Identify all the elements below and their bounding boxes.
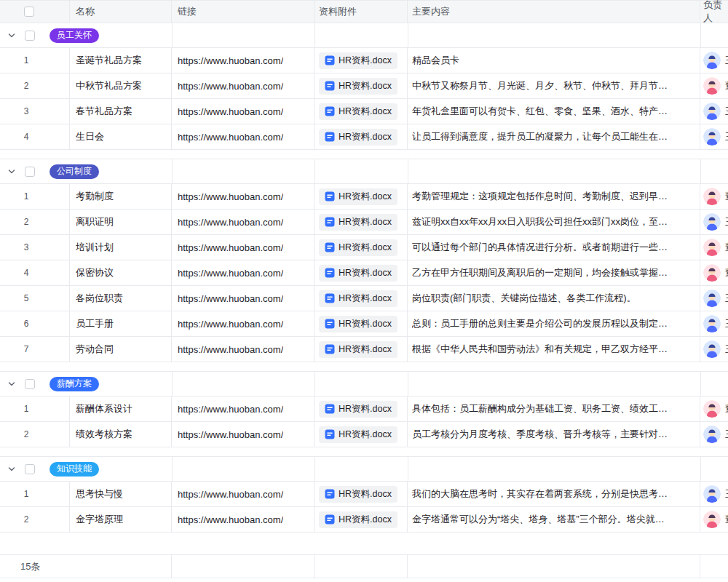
record-name-cell[interactable]: 薪酬体系设计 bbox=[70, 396, 172, 421]
record-link[interactable]: https://www.huoban.com/ bbox=[178, 217, 283, 228]
table-row[interactable]: 7 劳动合同 https://www.huoban.com/ HR资料.docx… bbox=[0, 337, 728, 362]
record-name-cell[interactable]: 春节礼品方案 bbox=[70, 99, 172, 124]
record-link[interactable]: https://www.huoban.com/ bbox=[178, 344, 283, 355]
record-link[interactable]: https://www.huoban.com/ bbox=[178, 319, 283, 330]
record-link-cell[interactable]: https://www.huoban.com/ bbox=[172, 311, 314, 336]
attachment-chip[interactable]: HR资料.docx bbox=[319, 265, 397, 282]
attachment-chip[interactable]: HR资料.docx bbox=[319, 341, 397, 358]
table-row[interactable]: 1 考勤制度 https://www.huoban.com/ HR资料.docx… bbox=[0, 184, 728, 210]
chevron-down-icon[interactable] bbox=[7, 167, 16, 176]
table-row[interactable]: 4 保密协议 https://www.huoban.com/ HR资料.docx… bbox=[0, 260, 728, 286]
owner-avatar[interactable] bbox=[703, 77, 721, 95]
table-row[interactable]: 5 各岗位职责 https://www.huoban.com/ HR资料.doc… bbox=[0, 286, 728, 311]
owner-avatar[interactable] bbox=[703, 511, 721, 528]
group-badge[interactable]: 公司制度 bbox=[50, 164, 99, 179]
record-link[interactable]: https://www.huoban.com/ bbox=[178, 191, 283, 202]
table-row[interactable]: 1 圣诞节礼品方案 https://www.huoban.com/ HR资料.d… bbox=[0, 48, 728, 73]
chevron-down-icon[interactable] bbox=[7, 31, 16, 40]
owner-avatar[interactable] bbox=[703, 188, 721, 205]
table-row[interactable]: 3 培训计划 https://www.huoban.com/ HR资料.docx… bbox=[0, 235, 728, 260]
attachment-chip[interactable]: HR资料.docx bbox=[319, 188, 397, 205]
record-link[interactable]: https://www.huoban.com/ bbox=[178, 242, 283, 253]
owner-avatar[interactable] bbox=[703, 213, 721, 231]
record-name-cell[interactable]: 保密协议 bbox=[70, 260, 172, 285]
record-name-cell[interactable]: 中秋节礼品方案 bbox=[70, 73, 172, 98]
record-link[interactable]: https://www.huoban.com/ bbox=[178, 132, 283, 143]
group-checkbox[interactable] bbox=[25, 464, 35, 474]
record-link-cell[interactable]: https://www.huoban.com/ bbox=[172, 337, 314, 362]
attachment-chip[interactable]: HR资料.docx bbox=[319, 426, 397, 443]
group-checkbox[interactable] bbox=[25, 31, 35, 41]
attachment-chip[interactable]: HR资料.docx bbox=[319, 511, 397, 528]
record-name-cell[interactable]: 劳动合同 bbox=[70, 337, 172, 362]
attachment-chip[interactable]: HR资料.docx bbox=[319, 52, 397, 69]
owner-avatar[interactable] bbox=[703, 103, 721, 120]
owner-avatar[interactable] bbox=[703, 485, 721, 503]
record-link[interactable]: https://www.huoban.com/ bbox=[178, 106, 283, 117]
owner-avatar[interactable] bbox=[703, 290, 721, 307]
record-name-cell[interactable]: 生日会 bbox=[70, 124, 172, 149]
table-row[interactable]: 2 金字塔原理 https://www.huoban.com/ HR资料.doc… bbox=[0, 507, 728, 533]
group-badge[interactable]: 知识技能 bbox=[50, 462, 99, 477]
record-name-cell[interactable]: 离职证明 bbox=[70, 210, 172, 234]
select-all-checkbox[interactable] bbox=[24, 7, 34, 17]
owner-avatar[interactable] bbox=[703, 340, 721, 358]
table-row[interactable]: 1 思考快与慢 https://www.huoban.com/ HR资料.doc… bbox=[0, 482, 728, 507]
record-name-cell[interactable]: 考勤制度 bbox=[70, 184, 172, 209]
table-row[interactable]: 2 绩效考核方案 https://www.huoban.com/ HR资料.do… bbox=[0, 422, 728, 447]
record-link-cell[interactable]: https://www.huoban.com/ bbox=[172, 507, 314, 532]
record-link-cell[interactable]: https://www.huoban.com/ bbox=[172, 73, 314, 98]
attachment-chip[interactable]: HR资料.docx bbox=[319, 401, 397, 418]
column-header-attachment[interactable]: 资料附件 bbox=[314, 1, 408, 23]
record-link[interactable]: https://www.huoban.com/ bbox=[178, 404, 283, 415]
attachment-chip[interactable]: HR资料.docx bbox=[319, 486, 397, 503]
record-link-cell[interactable]: https://www.huoban.com/ bbox=[172, 184, 314, 209]
record-link-cell[interactable]: https://www.huoban.com/ bbox=[172, 210, 314, 234]
owner-avatar[interactable] bbox=[703, 315, 721, 332]
record-link[interactable]: https://www.huoban.com/ bbox=[178, 514, 283, 525]
table-row[interactable]: 6 员工手册 https://www.huoban.com/ HR资料.docx… bbox=[0, 311, 728, 337]
attachment-chip[interactable]: HR资料.docx bbox=[319, 239, 397, 256]
record-name-cell[interactable]: 圣诞节礼品方案 bbox=[70, 48, 172, 73]
record-link-cell[interactable]: https://www.huoban.com/ bbox=[172, 396, 314, 421]
record-link-cell[interactable]: https://www.huoban.com/ bbox=[172, 482, 314, 506]
record-link[interactable]: https://www.huoban.com/ bbox=[178, 81, 283, 92]
owner-avatar[interactable] bbox=[703, 426, 721, 443]
record-link-cell[interactable]: https://www.huoban.com/ bbox=[172, 260, 314, 285]
table-row[interactable]: 2 离职证明 https://www.huoban.com/ HR资料.docx… bbox=[0, 210, 728, 235]
record-link[interactable]: https://www.huoban.com/ bbox=[178, 55, 283, 66]
chevron-down-icon[interactable] bbox=[7, 380, 16, 388]
group-badge[interactable]: 员工关怀 bbox=[50, 28, 99, 43]
record-link-cell[interactable]: https://www.huoban.com/ bbox=[172, 124, 314, 149]
attachment-chip[interactable]: HR资料.docx bbox=[319, 129, 397, 146]
record-link-cell[interactable]: https://www.huoban.com/ bbox=[172, 99, 314, 124]
group-checkbox[interactable] bbox=[25, 167, 35, 177]
table-row[interactable]: 1 薪酬体系设计 https://www.huoban.com/ HR资料.do… bbox=[0, 396, 728, 422]
record-name-cell[interactable]: 培训计划 bbox=[70, 235, 172, 260]
record-name-cell[interactable]: 思考快与慢 bbox=[70, 482, 172, 506]
record-link-cell[interactable]: https://www.huoban.com/ bbox=[172, 286, 314, 311]
record-link[interactable]: https://www.huoban.com/ bbox=[178, 429, 283, 440]
record-name-cell[interactable]: 绩效考核方案 bbox=[70, 422, 172, 447]
group-badge[interactable]: 薪酬方案 bbox=[50, 377, 99, 391]
attachment-chip[interactable]: HR资料.docx bbox=[319, 290, 397, 307]
record-link-cell[interactable]: https://www.huoban.com/ bbox=[172, 48, 314, 73]
column-header-owner[interactable]: 负责人 bbox=[700, 1, 728, 23]
chevron-down-icon[interactable] bbox=[7, 465, 16, 474]
owner-avatar[interactable] bbox=[703, 264, 721, 282]
owner-avatar[interactable] bbox=[703, 128, 721, 146]
attachment-chip[interactable]: HR资料.docx bbox=[319, 78, 397, 95]
table-row[interactable]: 2 中秋节礼品方案 https://www.huoban.com/ HR资料.d… bbox=[0, 73, 728, 99]
attachment-chip[interactable]: HR资料.docx bbox=[319, 103, 397, 120]
owner-avatar[interactable] bbox=[703, 239, 721, 256]
column-header-content[interactable]: 主要内容 bbox=[408, 1, 700, 23]
owner-avatar[interactable] bbox=[703, 400, 721, 418]
record-link[interactable]: https://www.huoban.com/ bbox=[178, 293, 283, 304]
column-header-name[interactable]: 名称 bbox=[70, 1, 172, 23]
table-row[interactable]: 4 生日会 https://www.huoban.com/ HR资料.docx … bbox=[0, 124, 728, 150]
owner-avatar[interactable] bbox=[703, 52, 721, 69]
record-link-cell[interactable]: https://www.huoban.com/ bbox=[172, 235, 314, 260]
record-link[interactable]: https://www.huoban.com/ bbox=[178, 268, 283, 279]
attachment-chip[interactable]: HR资料.docx bbox=[319, 214, 397, 231]
record-name-cell[interactable]: 各岗位职责 bbox=[70, 286, 172, 311]
